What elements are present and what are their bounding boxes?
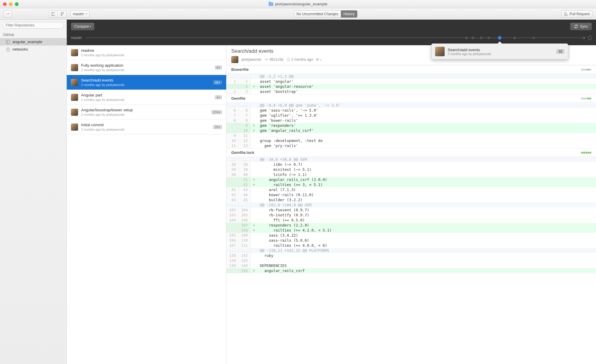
lock-icon (6, 47, 10, 51)
diff-line: 4244 bower-rails (0.11.0) (226, 192, 596, 197)
popover-sub: 2 months ago by piotrjaworski (448, 52, 553, 56)
diff-line-added: 42+ railties (>= 3, < 5.1) (226, 182, 596, 187)
sidebar-group-label: GitHub (0, 31, 66, 38)
gear-icon[interactable]: ⚙︎ ▾ (316, 57, 321, 62)
commit-row[interactable]: readme2 months ago by piotrjaworski (67, 45, 226, 60)
filter-repositories-input[interactable] (2, 22, 64, 29)
timeline-dot[interactable] (488, 37, 490, 39)
diff-hunk-header: ...... @@ -38,6 +38,8 @@ GEM (226, 157, 596, 162)
commit-row-sub: 2 months ago by piotrjaworski (81, 83, 210, 87)
commit-count-badge: 274 ▸ (211, 110, 222, 114)
svg-point-2 (61, 12, 62, 13)
commit-row-title: Fully working application (81, 63, 212, 68)
diff-line-added: 107+ responders (2.2.0) (226, 223, 596, 228)
commit-row[interactable]: Initial commit2 months ago by piotrjawor… (67, 120, 226, 135)
pull-request-label: Pull Request (569, 12, 590, 16)
svg-point-5 (564, 12, 566, 13)
diff-line: 1113 gem 'pry-rails' (226, 143, 596, 148)
diff-line-added: 145+ angular_rails_csrf (226, 268, 596, 273)
new-button[interactable]: ▾ (4, 10, 12, 18)
diff-table: ...... @@ -1,2 +1,3 @@11 asset 'angular'… (226, 74, 596, 94)
repo-icon (6, 40, 10, 44)
timeline-dot[interactable] (472, 37, 474, 39)
compare-bar: Compare ▾ Sync master Search/add events … (67, 20, 596, 45)
diff-file-header[interactable]: Gemfile (226, 94, 596, 103)
commit-author: piotrjaworski (241, 57, 261, 62)
timeline: master Search/add events 2 months ago by… (71, 30, 592, 45)
diff-line: 77 gem 'uglifier', '>= 1.3.0' (226, 113, 596, 118)
svg-rect-0 (52, 12, 55, 15)
branch-select[interactable]: master ▾ (70, 10, 90, 18)
svg-point-7 (566, 15, 567, 16)
title-path: piotrjaworski/angular_example (275, 2, 328, 6)
commit-count-badge: 32 ▸ (213, 80, 222, 85)
minimize-window-button[interactable] (9, 2, 13, 6)
sidebar-repo-item[interactable]: angular_example (0, 38, 66, 46)
diff-line: 4143 arel (7.1.3) (226, 187, 596, 192)
compare-label: Compare (74, 24, 89, 29)
chevron-down-icon: ▾ (86, 13, 87, 15)
diff-table: ...... @@ -38,6 +38,8 @@ GEM3838 i18n (~… (226, 157, 596, 273)
toolbar: ▾ master ▾ No Uncommitted Changes Histor… (0, 8, 596, 20)
plus-icon (6, 12, 7, 16)
sidebar-repo-item[interactable]: networks (0, 46, 66, 53)
diff-pane: Search/add events piotrjaworski 9921c5d … (226, 45, 596, 364)
sync-label: Sync (580, 24, 588, 29)
no-uncommitted-button[interactable]: No Uncommitted Changes (294, 10, 341, 18)
diff-line: 3939 minitest (~> 5.1) (226, 167, 596, 172)
commit-sha-icon (264, 57, 268, 62)
folder-icon (268, 2, 273, 6)
commit-row[interactable]: Angular/boostrap/bower setup2 months ago… (67, 105, 226, 120)
diff-line: 103105 rb-inotify (0.9.7) (226, 213, 596, 218)
commit-row-sub: 2 months ago by piotrjaworski (81, 53, 222, 57)
diff-file-header[interactable]: Gemfile.lock (226, 148, 596, 157)
pull-request-button[interactable]: Pull Request (561, 10, 592, 18)
timeline-dot[interactable] (465, 37, 468, 39)
close-window-button[interactable] (3, 2, 7, 6)
sidebar-toggle-button[interactable] (49, 10, 58, 18)
timeline-dot[interactable] (533, 37, 535, 39)
diff-line: 911 (226, 133, 596, 138)
timeline-dot[interactable] (480, 37, 482, 39)
commit-sha: 9921c5d (270, 57, 283, 62)
branch-toggle-button[interactable] (58, 10, 67, 18)
diff-line: 11 asset 'angular' (226, 79, 596, 84)
svg-point-3 (63, 12, 64, 13)
diff-table: ...... @@ -6,6 +6,8 @@ gem 'puma', '~> 3… (226, 103, 596, 148)
sync-button[interactable]: Sync (570, 23, 592, 30)
commit-popover: Search/add events 2 months ago by piotrj… (431, 43, 568, 60)
avatar (71, 64, 78, 71)
diff-line-added: 10+gem 'angular_rails_csrf' (226, 128, 596, 133)
commit-row[interactable]: Fully working application2 months ago by… (67, 60, 226, 75)
diff-hunk-header: ...... @@ -138,11 +142,13 @@ PLATFORMS (226, 248, 596, 253)
popover-count-badge: 32 (556, 49, 564, 54)
compare-button[interactable]: Compare ▾ (71, 23, 94, 30)
repo-name: networks (13, 47, 28, 51)
commit-row-title: Initial commit (81, 123, 210, 127)
pull-request-icon (564, 12, 568, 16)
window-controls (3, 2, 18, 6)
avatar (435, 47, 445, 56)
diff-file-header[interactable]: Bowerfile (226, 65, 596, 74)
sync-icon (574, 24, 578, 29)
timeline-track[interactable] (86, 38, 584, 38)
timeline-dot[interactable] (498, 36, 502, 40)
no-uncommitted-label: No Uncommitted Changes (297, 12, 339, 16)
svg-rect-10 (7, 49, 10, 51)
timeline-dot[interactable] (583, 37, 585, 39)
diff-line-added: 41+ angular_rails_csrf (2.0.0) (226, 177, 596, 182)
popover-title: Search/add events (448, 48, 553, 52)
zoom-window-button[interactable] (15, 2, 18, 6)
avatar (71, 109, 78, 116)
commit-row[interactable]: Search/add events2 months ago by piotrja… (67, 75, 226, 90)
diff-line-added: 2+asset 'angular-resource' (226, 84, 596, 89)
history-button[interactable]: History (341, 10, 357, 18)
timeline-head-icon[interactable] (588, 36, 592, 40)
commit-count-badge: 4 ▸ (215, 95, 222, 99)
commit-row[interactable]: Angular part2 months ago by piotrjaworsk… (67, 90, 226, 105)
timeline-dot[interactable] (513, 37, 516, 39)
diff-line: 4040 tzinfo (~> 1.1) (226, 172, 596, 177)
diff-indicator (581, 98, 591, 99)
diff-line: 104106 ffi (>= 0.5.0) (226, 218, 596, 223)
chevron-down-icon: ▾ (90, 25, 91, 28)
